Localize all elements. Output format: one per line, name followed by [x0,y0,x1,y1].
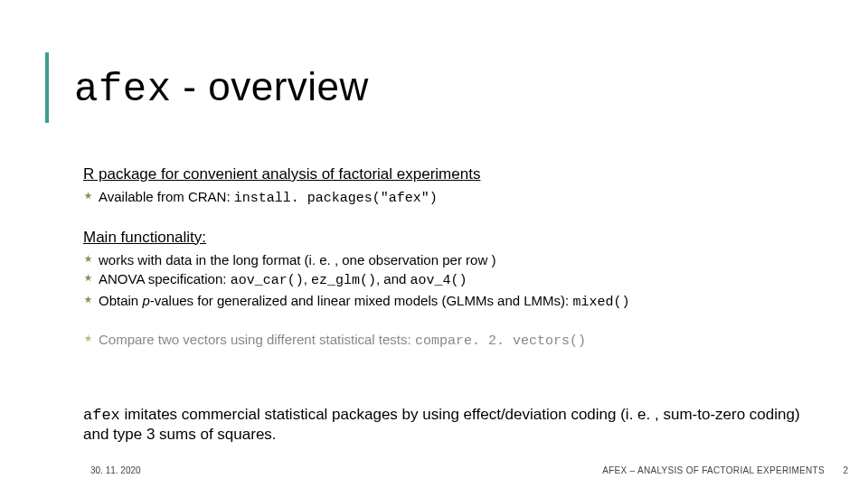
star-icon [83,295,93,305]
bullet-compare: Compare two vectors using different stat… [83,331,832,351]
accent-bar [45,52,49,123]
closing-mono: afex [83,407,120,424]
bullet-text: ANOVA specification: aov_car(), ez_glm()… [99,270,467,290]
bullet-anova: ANOVA specification: aov_car(), ez_glm()… [83,270,832,290]
bullet-text: Obtain p-values for generalized and line… [99,292,629,312]
section-compare: Compare two vectors using different stat… [83,331,832,351]
footer-page: 2 [843,465,848,475]
bullet-cran: Available from CRAN: install. packages("… [83,188,832,208]
footer-title: AFEX – ANALYSIS OF FACTORIAL EXPERIMENTS [602,465,825,475]
title-rest: - overview [172,64,369,108]
star-icon [83,273,93,283]
slide-title: afex - overview [74,64,369,112]
star-icon [83,191,93,201]
bullet-longformat: works with data in the long format (i. e… [83,251,832,269]
section-intro: R package for convenient analysis of fac… [83,164,832,208]
bullet-pvalues: Obtain p-values for generalized and line… [83,292,832,312]
footer-date: 30. 11. 2020 [90,465,141,475]
slide: afex - overview R package for convenient… [0,0,868,488]
star-icon [83,254,93,264]
closing-text: afex imitates commercial statistical pac… [83,405,823,445]
section-main: Main functionality: works with data in t… [83,228,832,312]
star-icon [83,333,93,343]
intro-lead: R package for convenient analysis of fac… [83,164,832,184]
bullet-text: Available from CRAN: install. packages("… [99,188,438,208]
title-mono: afex [74,67,172,112]
bullet-text: Compare two vectors using different stat… [99,331,586,351]
closing-rest: imitates commercial statistical packages… [83,406,800,443]
slide-body: R package for convenient analysis of fac… [83,164,832,371]
bullet-text: works with data in the long format (i. e… [99,251,495,269]
title-block: afex - overview [45,52,369,123]
main-lead: Main functionality: [83,228,832,248]
